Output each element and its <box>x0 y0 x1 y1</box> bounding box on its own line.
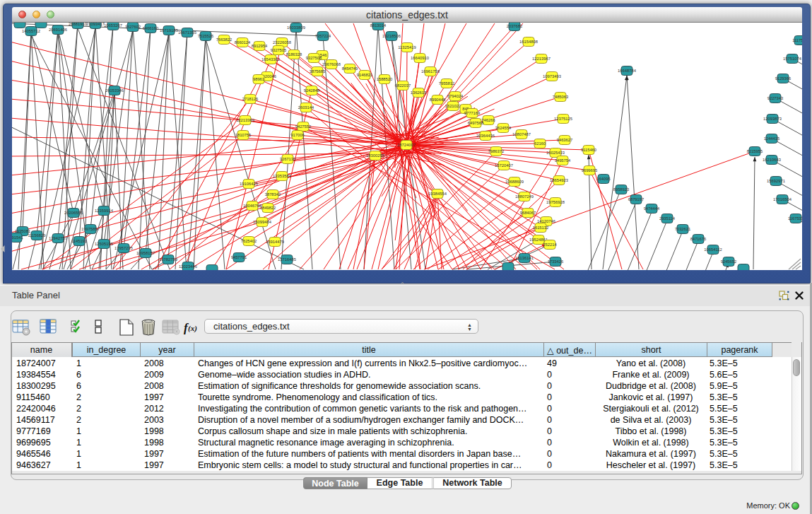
svg-text:10973493: 10973493 <box>543 74 561 78</box>
svg-text:8471676: 8471676 <box>690 237 707 241</box>
svg-text:7357224: 7357224 <box>315 34 331 38</box>
svg-text:1167533: 1167533 <box>788 216 802 221</box>
svg-text:8813014: 8813014 <box>370 23 387 28</box>
svg-text:17957275: 17957275 <box>114 246 133 250</box>
svg-text:16914479: 16914479 <box>266 240 284 244</box>
svg-text:10654112: 10654112 <box>704 247 722 252</box>
svg-text:8215955: 8215955 <box>747 149 763 153</box>
svg-text:13353584: 13353584 <box>273 174 292 178</box>
svg-text:9463627: 9463627 <box>557 138 573 142</box>
svg-text:12505195: 12505195 <box>95 242 113 246</box>
svg-text:12213967: 12213967 <box>532 57 551 61</box>
svg-text:20206555: 20206555 <box>64 211 83 215</box>
svg-text:16648784: 16648784 <box>618 69 637 73</box>
svg-text:9427552: 9427552 <box>295 124 312 129</box>
svg-text:8454749: 8454749 <box>342 66 358 71</box>
svg-text:1810755: 1810755 <box>235 133 252 137</box>
svg-text:9129366: 9129366 <box>775 76 792 81</box>
svg-text:8990448: 8990448 <box>430 98 446 102</box>
svg-text:9242848: 9242848 <box>304 88 320 93</box>
svg-text:15136141: 15136141 <box>515 256 534 260</box>
svg-text:19756928: 19756928 <box>546 200 565 204</box>
svg-text:9457791: 9457791 <box>231 255 247 259</box>
svg-text:6466160: 6466160 <box>143 26 159 30</box>
svg-text:16033809: 16033809 <box>287 25 305 30</box>
svg-text:1527602: 1527602 <box>125 25 141 29</box>
svg-text:2935114: 2935114 <box>659 216 676 221</box>
svg-text:9146821: 9146821 <box>357 73 373 77</box>
svg-text:7485063: 7485063 <box>553 95 569 99</box>
svg-text:9474444: 9474444 <box>644 206 660 211</box>
svg-text:1362615: 1362615 <box>411 90 427 95</box>
svg-text:6497568: 6497568 <box>468 121 484 125</box>
svg-text:10653267: 10653267 <box>104 23 122 28</box>
svg-text:19218506: 19218506 <box>382 34 401 38</box>
svg-text:12093873: 12093873 <box>763 117 782 121</box>
svg-text:19975857: 19975857 <box>81 227 100 231</box>
svg-text:3267130: 3267130 <box>280 157 296 161</box>
svg-text:1145191: 1145191 <box>71 239 87 243</box>
svg-text:8660124: 8660124 <box>235 40 251 45</box>
svg-text:13716485: 13716485 <box>278 257 296 262</box>
svg-text:9777169: 9777169 <box>464 111 481 115</box>
svg-text:16640910: 16640910 <box>411 56 429 60</box>
svg-text:10025433: 10025433 <box>546 151 565 155</box>
svg-text:12375125: 12375125 <box>554 117 572 121</box>
svg-text:21093417: 21093417 <box>86 23 105 26</box>
svg-text:19106425: 19106425 <box>240 182 258 186</box>
svg-text:3495754: 3495754 <box>555 158 571 163</box>
svg-text:18300295: 18300295 <box>366 153 384 158</box>
svg-text:3624554: 3624554 <box>495 126 512 130</box>
svg-text:6879197: 6879197 <box>628 197 645 201</box>
svg-text:15692971: 15692971 <box>767 179 785 183</box>
svg-text:917006: 917006 <box>290 133 304 137</box>
svg-text:(x): (x) <box>188 324 197 333</box>
svg-text:11156829: 11156829 <box>28 233 46 238</box>
svg-text:17016504: 17016504 <box>773 197 792 201</box>
svg-text:1244415: 1244415 <box>764 136 780 141</box>
svg-text:16543362: 16543362 <box>261 57 280 62</box>
svg-text:1621022: 1621022 <box>445 104 461 108</box>
svg-text:6822037: 6822037 <box>395 83 411 88</box>
svg-text:14055712: 14055712 <box>22 29 40 33</box>
svg-text:1849822: 1849822 <box>260 206 276 210</box>
svg-text:2603144: 2603144 <box>298 105 314 110</box>
svg-text:18654923: 18654923 <box>550 178 568 182</box>
svg-text:12359914: 12359914 <box>95 209 114 213</box>
svg-text:8186328: 8186328 <box>286 52 302 57</box>
svg-text:20691406: 20691406 <box>49 28 67 32</box>
svg-text:16782759: 16782759 <box>159 257 177 262</box>
svg-text:2718126: 2718126 <box>242 97 259 101</box>
svg-text:9327505: 9327505 <box>271 48 287 52</box>
svg-text:16671355: 16671355 <box>178 30 196 35</box>
svg-text:16154808: 16154808 <box>519 40 538 44</box>
svg-text:23226058: 23226058 <box>273 40 291 45</box>
svg-text:11325419: 11325419 <box>398 45 416 49</box>
svg-text:12942757: 12942757 <box>49 236 67 240</box>
svg-text:9699695: 9699695 <box>582 168 598 173</box>
svg-text:10046768: 10046768 <box>243 204 261 208</box>
svg-text:18724007: 18724007 <box>397 143 416 147</box>
svg-text:8958923: 8958923 <box>613 187 630 192</box>
svg-text:9684067: 9684067 <box>520 211 536 215</box>
svg-text:19384554: 19384554 <box>428 192 447 196</box>
svg-text:6794024: 6794024 <box>447 94 464 98</box>
svg-text:7663822: 7663822 <box>216 37 233 42</box>
svg-text:10807487: 10807487 <box>512 132 531 136</box>
svg-text:18807249: 18807249 <box>515 194 534 199</box>
svg-text:12213369: 12213369 <box>236 118 254 122</box>
svg-text:164095: 164095 <box>596 177 610 181</box>
svg-text:23676068: 23676068 <box>322 62 341 66</box>
svg-text:16099484: 16099484 <box>253 220 272 224</box>
svg-text:15720407: 15720407 <box>495 163 513 168</box>
svg-text:1117504: 1117504 <box>792 38 802 42</box>
svg-text:7032621: 7032621 <box>675 227 691 231</box>
svg-text:15751074: 15751074 <box>783 57 802 61</box>
svg-text:1615132: 1615132 <box>533 226 549 230</box>
svg-text:7625402: 7625402 <box>241 239 257 243</box>
svg-text:3875685: 3875685 <box>310 69 326 74</box>
svg-text:8912954: 8912954 <box>252 44 268 48</box>
svg-text:9227343: 9227343 <box>767 96 784 100</box>
svg-text:9115460: 9115460 <box>581 148 596 152</box>
svg-text:12023446: 12023446 <box>179 264 197 269</box>
